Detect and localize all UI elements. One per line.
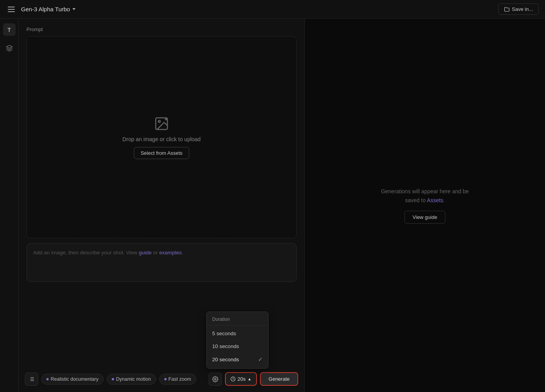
- upload-area[interactable]: Drop an image or click to upload Select …: [26, 36, 297, 238]
- text-area-placeholder: Add an image, then describe your shot. V…: [33, 249, 290, 257]
- duration-button[interactable]: 20s ▲: [225, 372, 257, 386]
- topbar-left: Gen-3 Alpha Turbo: [6, 5, 76, 14]
- generations-end: .: [443, 197, 445, 203]
- svg-marker-0: [6, 46, 12, 49]
- dropdown-item-20s[interactable]: 20 seconds ✓: [207, 353, 268, 366]
- save-button[interactable]: Save in...: [498, 4, 539, 15]
- sidebar-item-text[interactable]: T: [3, 23, 16, 36]
- duration-dropdown: Duration 5 seconds 10 seconds 20 seconds…: [206, 312, 269, 369]
- generations-message: Generations will appear here and be save…: [381, 187, 469, 205]
- preset-realistic-documentary[interactable]: Realistic documentary: [41, 374, 104, 385]
- preset-dynamic-motion[interactable]: Dynamic motion: [107, 374, 156, 385]
- dropdown-item-5s-label: 5 seconds: [212, 331, 236, 336]
- sidebar-item-layers[interactable]: [3, 42, 16, 54]
- bottom-toolbar: Realistic documentary Dynamic motion Fas…: [19, 368, 304, 392]
- list-icon-btn[interactable]: [25, 373, 38, 386]
- assets-link[interactable]: Assets: [427, 197, 443, 203]
- preset-dynamic-label: Dynamic motion: [116, 376, 151, 382]
- sidebar: T: [0, 19, 19, 392]
- right-panel: Generations will appear here and be save…: [305, 19, 545, 392]
- save-label: Save in...: [512, 6, 533, 12]
- view-guide-button[interactable]: View guide: [404, 211, 445, 224]
- dropdown-item-20s-label: 20 seconds: [212, 357, 239, 362]
- chevron-down-icon: [72, 8, 76, 10]
- generations-line2: saved to: [405, 197, 427, 203]
- layers-icon: [6, 45, 13, 52]
- prompt-label: Prompt: [26, 26, 297, 32]
- folder-icon: [504, 7, 510, 12]
- main-layout: T Prompt Drop an image or c: [0, 19, 545, 392]
- svg-point-11: [214, 378, 216, 380]
- text-area-container[interactable]: Add an image, then describe your shot. V…: [26, 243, 297, 282]
- menu-icon[interactable]: [6, 5, 16, 14]
- list-icon: [28, 376, 35, 382]
- examples-link[interactable]: examples: [159, 250, 182, 256]
- preset-fast-zoom-label: Fast zoom: [169, 376, 191, 382]
- chevron-up-icon: ▲: [248, 377, 251, 381]
- checkmark-icon: ✓: [258, 356, 263, 362]
- dropdown-item-10s-label: 10 seconds: [212, 343, 239, 349]
- preset-dot: [46, 378, 49, 380]
- dropdown-item-5s[interactable]: 5 seconds: [207, 327, 268, 340]
- preset-realistic-label: Realistic documentary: [51, 376, 98, 382]
- generations-line1: Generations will appear here and be: [381, 188, 469, 194]
- model-title[interactable]: Gen-3 Alpha Turbo: [21, 6, 76, 12]
- select-assets-button[interactable]: Select from Assets: [134, 147, 189, 159]
- preset-fast-zoom[interactable]: Fast zoom: [159, 374, 196, 385]
- generate-button[interactable]: Generate: [260, 372, 298, 386]
- model-title-text: Gen-3 Alpha Turbo: [21, 6, 70, 12]
- settings-icon: [212, 376, 218, 382]
- preset-dot3: [164, 378, 167, 380]
- clock-icon: [230, 376, 236, 382]
- topbar: Gen-3 Alpha Turbo Save in...: [0, 0, 545, 19]
- preset-dot2: [112, 378, 114, 380]
- upload-text: Drop an image or click to upload: [123, 136, 201, 142]
- text-icon: T: [7, 26, 11, 33]
- dropdown-header: Duration: [207, 314, 268, 326]
- dropdown-item-10s[interactable]: 10 seconds: [207, 340, 268, 353]
- svg-point-2: [158, 120, 160, 122]
- duration-value: 20s: [237, 376, 246, 382]
- upload-icon: [154, 116, 169, 131]
- left-panel: Prompt Drop an image or click to upload …: [19, 19, 305, 392]
- settings-icon-btn[interactable]: [209, 373, 222, 386]
- guide-link[interactable]: guide: [139, 250, 151, 256]
